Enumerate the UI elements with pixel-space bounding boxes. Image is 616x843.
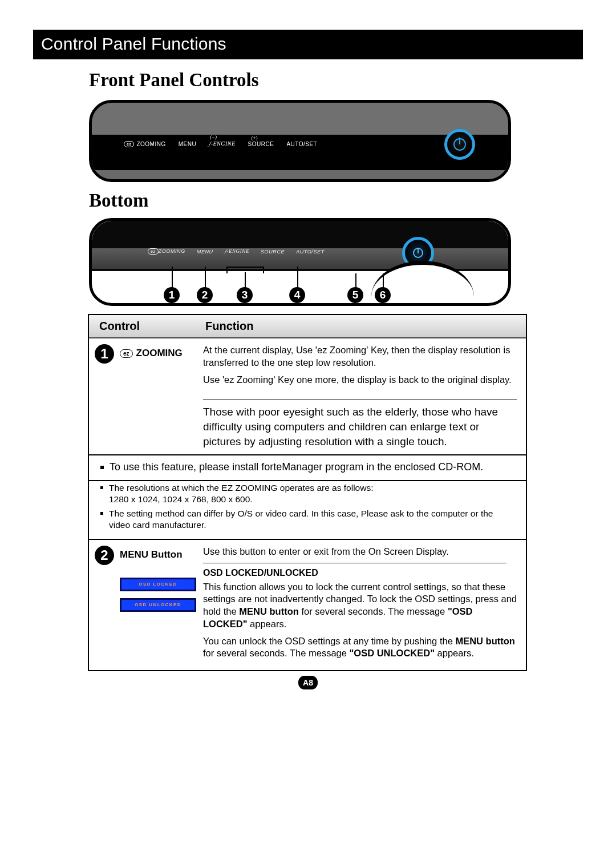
function-text: You can unlock the OSD settings at any t… [203,635,517,660]
osd-heading: OSD LOCKED/UNLOCKED [203,567,517,579]
callout-5: 5 [347,287,363,303]
osd-unlocked-badge: OSD UNLOCKED [120,598,196,612]
bullet-icon [100,466,104,469]
page-number: A8 [298,676,318,689]
front-panel-figure: ezZOOMING MENU (−)𝑓-ENGINE (+)SOURCE AUT… [89,100,511,182]
table-row: 2 MENU Button OSD LOCKED OSD UNLOCKED Us… [89,540,526,670]
table-row: 1 ez ZOOMING At the current display, Use… [89,338,526,396]
row-number-icon: 1 [95,344,114,364]
benefit-text: Those with poor eyesight such as the eld… [203,405,516,449]
note-item: The setting method can differ by O/S or … [100,508,514,531]
page-header: Control Panel Functions [33,30,583,59]
bullet-icon [100,486,103,489]
control-name: ZOOMING [136,348,183,359]
table-header-function: Function [197,315,526,337]
function-text: This function allows you to lock the cur… [203,581,517,631]
function-text: Use 'ez Zooming' Key one more, the displ… [203,374,517,386]
bottom-panel-figure: ezZOOMING MENU 𝑓-ENGINE SOURCE AUTO/SET … [89,218,511,306]
power-icon [453,138,466,151]
bottom-title: Bottom [89,190,583,211]
front-panel-labels: ezZOOMING MENU (−)𝑓-ENGINE (+)SOURCE AUT… [124,140,317,147]
callout-2: 2 [197,287,213,303]
control-name: MENU Button [120,549,203,560]
callout-6: 6 [375,287,391,303]
bullet-icon [100,512,103,515]
controls-table: Control Function 1 ez ZOOMING At the cur… [88,314,527,671]
ez-icon: ez [120,349,133,358]
function-text: At the current display, Use 'ez Zooming'… [203,344,517,369]
power-button-icon [444,129,475,160]
callout-4: 4 [289,287,305,303]
note-item: To use this feature, please install fort… [100,461,514,473]
function-text: Use this button to enter or exit from th… [203,546,517,558]
table-header-control: Control [89,315,197,337]
callout-1: 1 [164,287,180,303]
row-number-icon: 2 [95,546,114,565]
front-panel-title: Front Panel Controls [89,70,583,91]
note-item: The resolutions at which the EZ ZOOMING … [100,482,514,505]
osd-locked-badge: OSD LOCKED [120,578,196,591]
ez-icon: ez [124,141,134,147]
callout-3: 3 [237,287,253,303]
